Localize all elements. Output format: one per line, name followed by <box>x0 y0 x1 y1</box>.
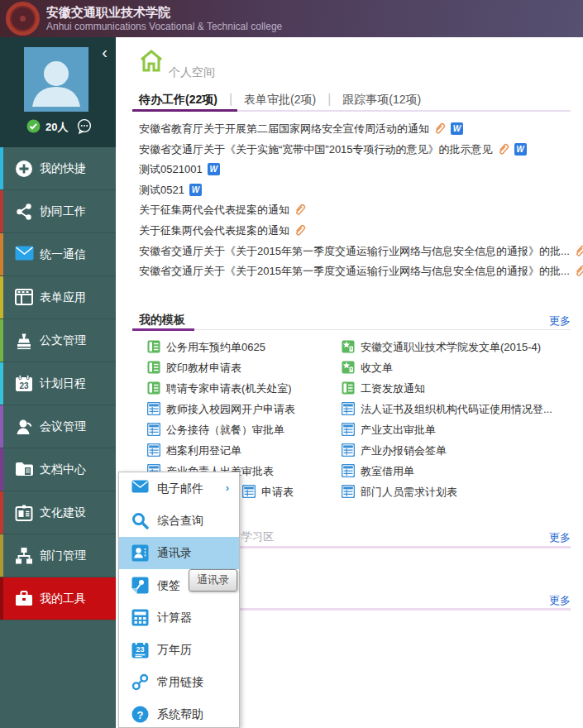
sidebar-item-label: 表单应用 <box>40 290 86 305</box>
todo-item[interactable]: 安徽省教育厅关于开展第二届国家网络安全宣传周活动的通知W <box>139 119 577 140</box>
todo-item-title: 关于征集两代会代表提案的通知 <box>139 204 289 216</box>
template-item-label: 公务接待（就餐）审批单 <box>166 424 284 436</box>
template-item[interactable]: 工资发放通知 <box>342 378 557 399</box>
tab-tracking[interactable]: 跟踪事项(12项) <box>342 93 421 108</box>
tab-todo[interactable]: 待办工作(22项) <box>139 93 217 108</box>
template-item[interactable]: 档案利用登记单 <box>147 440 362 461</box>
chat-bubble-icon[interactable] <box>76 118 93 138</box>
popup-item-calculator[interactable]: 计算器 <box>119 601 239 634</box>
todo-item[interactable]: 测试0521001W <box>139 160 577 180</box>
tab-form-approval[interactable]: 表单审批(2项) <box>244 93 316 108</box>
popup-item-links[interactable]: 常用链接 <box>119 666 239 698</box>
sidebar-item-公文管理[interactable]: 公文管理 <box>0 319 116 362</box>
template-item[interactable]: 部门人员需求计划表 <box>342 481 557 502</box>
sidebar-item-计划日程[interactable]: 23计划日程 <box>0 362 116 405</box>
active-tab-underline <box>132 109 237 112</box>
sidebar-item-统一通信[interactable]: 统一通信 <box>0 233 116 276</box>
template-item[interactable]: 教师接入校园网开户申请表 <box>147 399 362 419</box>
template-item-label: 申请表 <box>261 486 294 498</box>
popup-item-calendar[interactable]: 23万年历 <box>119 634 239 666</box>
template-item[interactable]: 公务接待（就餐）审批单 <box>147 419 362 440</box>
template-item[interactable]: 公务用车预约单0625 <box>147 337 362 357</box>
blue-table-icon <box>342 424 361 436</box>
calculator-icon <box>131 609 149 626</box>
sidebar-item-部门管理[interactable]: 部门管理 <box>0 534 116 577</box>
sidebar-item-color-bar <box>0 405 3 448</box>
popup-item-label: 通讯录 <box>157 546 192 561</box>
todo-item-title: 关于征集两代会代表提案的通知 <box>139 224 289 237</box>
sidebar-item-协同工作[interactable]: 协同工作 <box>0 190 116 233</box>
template-item[interactable]: 收文单 <box>342 357 557 378</box>
template-item[interactable]: 胶印教材申请表 <box>147 357 362 378</box>
college-title: 安徽交通职业技术学院 <box>46 5 170 21</box>
blue-table-icon <box>342 465 361 477</box>
culture-icon <box>15 504 33 522</box>
template-item-label: 收文单 <box>361 362 393 374</box>
green-form-icon <box>147 341 166 353</box>
sidebar-item-我的快捷[interactable]: 我的快捷 <box>0 147 116 190</box>
popup-item-label: 综合查询 <box>157 514 203 529</box>
popup-item-email[interactable]: 电子邮件› <box>119 472 239 505</box>
todo-item-title: 安徽省交通厅关于《关于2015年第一季度交通运输行业网络与信息安全信息的通报》的… <box>139 265 570 277</box>
avatar[interactable] <box>24 47 88 112</box>
sidebar-item-表单应用[interactable]: 表单应用 <box>0 276 116 319</box>
home-icon[interactable] <box>138 49 165 77</box>
popup-item-help[interactable]: ?系统帮助 <box>119 698 239 728</box>
section-b-more-link[interactable]: 更多 <box>549 593 571 608</box>
section-partial-title: 学习区 <box>241 529 274 544</box>
template-item[interactable]: 产业办报销会签单 <box>342 440 557 461</box>
sidebar-item-color-bar <box>0 448 3 491</box>
popup-item-contacts[interactable]: 通讯录 <box>119 537 239 569</box>
section-a-more-link[interactable]: 更多 <box>549 530 571 545</box>
template-item-label: 部门人员需求计划表 <box>361 486 457 498</box>
sidebar-menu: 我的快捷协同工作统一通信表单应用公文管理23计划日程会议管理文档中心文化建设部门… <box>0 147 116 620</box>
sidebar-item-color-bar <box>0 233 3 275</box>
sidebar-item-文档中心[interactable]: 文档中心 <box>0 448 116 491</box>
popup-item-label: 万年历 <box>157 643 192 658</box>
popup-item-label: 常用链接 <box>157 675 203 690</box>
todo-item[interactable]: 关于征集两代会代表提案的通知 <box>139 221 577 242</box>
sidebar-item-label: 文档中心 <box>40 462 86 477</box>
templates-underline-accent <box>132 328 194 331</box>
templates-more-link[interactable]: 更多 <box>549 314 571 328</box>
sidebar-item-label: 协同工作 <box>40 204 86 219</box>
blue-table-icon <box>242 486 261 498</box>
template-item[interactable]: 法人证书及组织机构代码证使用情况登... <box>342 399 557 419</box>
svg-text:23: 23 <box>136 645 144 654</box>
attachment-icon <box>433 122 446 142</box>
share-icon <box>15 203 33 221</box>
status-row: 20人 <box>0 117 116 138</box>
sidebar-item-我的工具[interactable]: 我的工具 <box>0 577 116 620</box>
green-form-icon <box>147 362 166 374</box>
link-icon <box>131 673 149 691</box>
todo-item[interactable]: 测试0521W <box>139 180 577 201</box>
todo-item[interactable]: 关于征集两代会代表提案的通知 <box>139 200 577 221</box>
template-item-label: 工资发放通知 <box>361 382 425 395</box>
svg-text:23: 23 <box>19 381 29 390</box>
popup-item-search[interactable]: 综合查询 <box>119 505 239 537</box>
template-item[interactable]: 产业支出审批单 <box>342 419 557 440</box>
sidebar-item-label: 文化建设 <box>40 505 86 520</box>
collapse-sidebar-icon[interactable]: ‹ <box>102 44 108 60</box>
breadcrumb: 个人空间 <box>169 65 215 80</box>
popup-item-label: 计算器 <box>157 611 192 625</box>
tab-separator: | <box>229 92 232 107</box>
template-item[interactable]: 聘请专家申请表(机关处室) <box>147 378 362 399</box>
todo-item[interactable]: 安徽省交通厅关于《关于2015年第一季度交通运输行业网络与信息安全信息的通报》的… <box>139 261 577 282</box>
todo-item-title: 安徽省教育厅关于开展第二届国家网络安全宣传周活动的通知 <box>139 122 429 135</box>
app-window: 安徽交通职业技术学院 Anhui communications Vocation… <box>0 0 583 728</box>
attachment-icon <box>497 142 509 163</box>
todo-item[interactable]: 安徽省交通厅关于《关于2015年第一季度交通运输行业网络与信息安全信息的通报》的… <box>139 242 577 262</box>
template-item[interactable]: 安徽交通职业技术学院发文单(2015-4) <box>342 337 557 357</box>
sidebar-item-文化建设[interactable]: 文化建设 <box>0 491 116 534</box>
template-item-label: 安徽交通职业技术学院发文单(2015-4) <box>361 341 541 353</box>
todo-item[interactable]: 安徽省交通厅关于《关于实施“宽带中国”2015专项行动的意见》的批示意见W <box>139 140 577 160</box>
meeting-icon <box>15 418 33 436</box>
org-icon <box>15 547 33 565</box>
sidebar-item-color-bar <box>0 147 3 189</box>
template-item-label: 教师接入校园网开户申请表 <box>166 403 295 415</box>
sidebar-item-会议管理[interactable]: 会议管理 <box>0 405 116 448</box>
sidebar-item-color-bar <box>0 276 3 318</box>
submenu-arrow-icon: › <box>226 481 229 494</box>
template-item[interactable]: 教室借用单 <box>342 461 557 481</box>
